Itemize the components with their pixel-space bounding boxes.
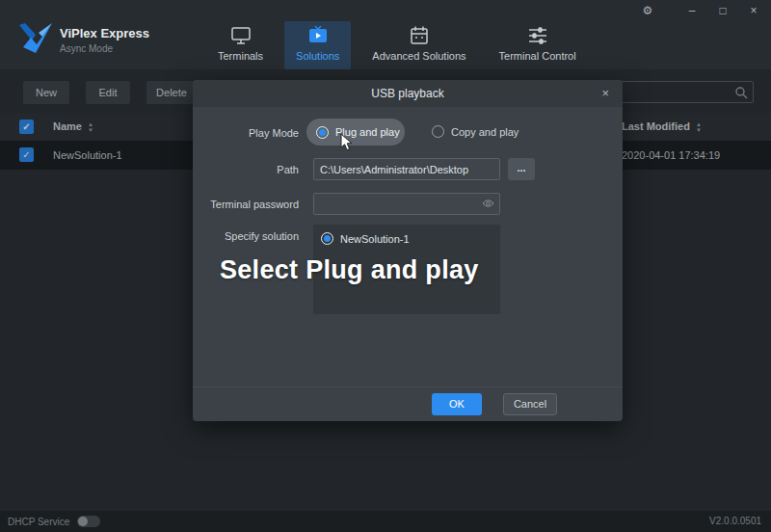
titlebar: ViPlex Express Async Mode Terminals [0,0,771,69]
tab-label: Solutions [296,50,339,62]
maximize-button[interactable]: □ [715,4,731,17]
tab-label: Terminal Control [499,50,576,62]
usb-playback-dialog: USB playback × Play Mode Plug and play C… [193,80,623,421]
show-password-eye-icon[interactable] [482,199,494,210]
radio-selected-icon [316,126,329,139]
tab-solutions[interactable]: Solutions [284,21,351,69]
main-nav: Terminals Solutions [206,21,588,69]
solutions-icon [307,26,329,45]
terminal-password-input[interactable] [313,193,500,215]
tab-terminals[interactable]: Terminals [206,21,275,69]
settings-gear-icon[interactable]: ⚙ [640,4,655,17]
terminals-icon [230,26,252,45]
brand: ViPlex Express Async Mode [60,26,149,54]
minimize-button[interactable]: – [684,4,700,17]
app-title: ViPlex Express [60,26,149,40]
solution-list: NewSolution-1 [313,225,500,314]
dialog-header: USB playback × [193,80,623,107]
solution-option[interactable]: NewSolution-1 [321,232,492,245]
path-label: Path [193,164,299,175]
copy-and-play-label: Copy and play [451,126,518,138]
sliders-icon [527,26,548,45]
tab-terminal-control[interactable]: Terminal Control [488,21,588,69]
tab-advanced-solutions[interactable]: Advanced Solutions [360,21,477,69]
close-button[interactable]: × [746,4,761,17]
terminal-password-field [313,193,500,215]
solution-option-label: NewSolution-1 [340,233,410,245]
ok-button[interactable]: OK [432,393,482,415]
radio-selected-icon [321,232,333,245]
tab-label: Terminals [218,50,263,62]
app-subtitle: Async Mode [60,43,149,54]
play-mode-label: Play Mode [193,127,299,139]
cancel-button[interactable]: Cancel [503,393,557,415]
plug-and-play-label: Plug and play [335,126,400,138]
specify-solution-label: Specify solution [193,230,299,242]
calendar-icon [409,26,430,45]
radio-unselected-icon [432,125,444,138]
plug-and-play-option[interactable]: Plug and play [306,119,405,146]
path-field [313,158,500,180]
path-input[interactable] [313,158,500,180]
copy-and-play-option[interactable]: Copy and play [432,125,518,138]
terminal-password-label: Terminal password [193,199,299,210]
dialog-close-icon[interactable]: × [601,80,609,107]
window-controls: ⚙ – □ × [640,4,761,17]
tab-label: Advanced Solutions [372,50,465,62]
dialog-title: USB playback [371,87,443,100]
app-logo-icon [17,21,54,57]
footer-divider [193,386,623,387]
browse-button[interactable]: ... [508,158,535,180]
